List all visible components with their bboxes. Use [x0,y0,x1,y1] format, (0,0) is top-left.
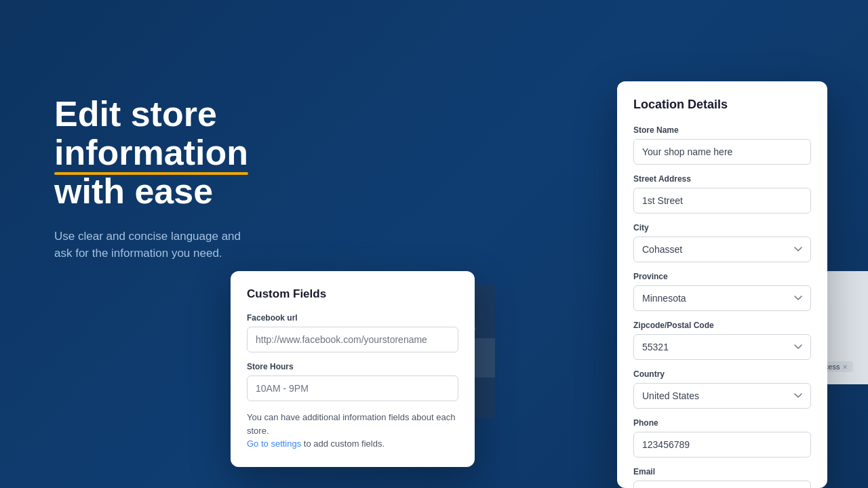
email-group: Email [633,467,811,488]
footer-link-label: Go to settings [247,439,301,449]
location-panel: Location Details Store Name Street Addre… [617,81,827,488]
facebook-url-label: Facebook url [247,313,458,323]
custom-fields-panel: Custom Fields Facebook url Store Hours Y… [231,271,475,467]
email-label: Email [633,467,811,476]
heading-line1: Edit store [54,94,217,134]
facebook-url-input[interactable] [247,327,458,352]
zipcode-group: Zipcode/Postal Code 55321 [633,321,811,360]
location-panel-title: Location Details [633,98,811,112]
store-name-input[interactable] [633,139,811,165]
country-select[interactable]: United States [633,383,811,409]
heading-line2: information [54,134,248,172]
footer-text-content: You can have additional information fiel… [247,412,455,436]
store-hours-label: Store Hours [247,362,458,371]
street-address-input[interactable] [633,188,811,214]
store-hours-group: Store Hours [247,362,458,401]
filter-tag-close-1[interactable]: ✕ [842,363,848,371]
store-name-group: Store Name [633,125,811,165]
zipcode-label: Zipcode/Postal Code [633,321,811,330]
custom-fields-title: Custom Fields [247,287,458,301]
city-label: City [633,223,811,232]
country-label: Country [633,369,811,379]
store-hours-input[interactable] [247,375,458,401]
street-address-group: Street Address [633,174,811,214]
facebook-url-group: Facebook url [247,313,458,352]
country-group: Country United States [633,369,811,409]
sub-text-line1: Use clear and concise language and [54,230,241,243]
province-label: Province [633,272,811,281]
store-name-label: Store Name [633,125,811,135]
sub-text: Use clear and concise language and ask f… [54,228,312,262]
custom-footer-text: You can have additional information fiel… [247,411,458,451]
phone-group: Phone [633,418,811,458]
email-input[interactable] [633,481,811,488]
zipcode-select[interactable]: 55321 [633,334,811,360]
province-group: Province Minnesota [633,272,811,311]
heading-line3: with ease [54,171,213,211]
go-to-settings-link[interactable]: Go to settings [247,439,304,449]
main-heading: Edit store information with ease [54,95,380,211]
city-select[interactable]: Cohasset [633,237,811,262]
province-select[interactable]: Minnesota [633,285,811,311]
footer-link-suffix: to add custom fields. [304,439,384,449]
left-content: Edit store information with ease Use cle… [54,95,380,262]
street-address-label: Street Address [633,174,811,184]
phone-label: Phone [633,418,811,428]
sub-text-line2: ask for the information you need. [54,247,222,260]
city-group: City Cohasset [633,223,811,262]
phone-input[interactable] [633,432,811,458]
